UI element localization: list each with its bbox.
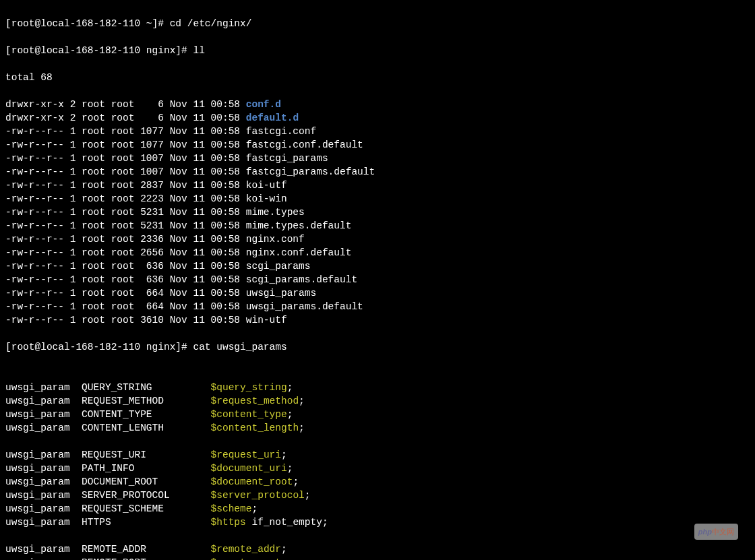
prompt-host: [root@local-168-182-110 ~]# — [5, 18, 170, 29]
file-listing-row: -rw-r--r-- 1 root root 2223 Nov 11 00:58… — [5, 192, 750, 206]
file-listing-row: -rw-r--r-- 1 root root 1077 Nov 11 00:58… — [5, 125, 750, 138]
command-text: cd /etc/nginx/ — [170, 18, 252, 29]
nginx-variable: $server_protocol — [211, 490, 305, 501]
blank-line — [5, 435, 750, 448]
prompt-line: [root@local-168-182-110 nginx]# cat uwsg… — [5, 340, 750, 354]
uwsgi-param-line: uwsgi_param REQUEST_URI $request_uri; — [5, 448, 750, 462]
uwsgi-param-line: uwsgi_param PATH_INFO $document_uri; — [5, 462, 750, 475]
file-listing-row: -rw-r--r-- 1 root root 2336 Nov 11 00:58… — [5, 232, 750, 246]
file-listing-row: -rw-r--r-- 1 root root 1077 Nov 11 00:58… — [5, 138, 750, 152]
nginx-variable: $document_uri — [211, 463, 287, 474]
file-listing-row: -rw-r--r-- 1 root root 636 Nov 11 00:58 … — [5, 273, 750, 286]
nginx-variable: $content_type — [211, 409, 287, 420]
uwsgi-param-line: uwsgi_param HTTPS $https if_not_empty; — [5, 516, 750, 529]
nginx-variable: $query_string — [211, 382, 287, 393]
nginx-variable: $request_uri — [211, 449, 281, 460]
uwsgi-param-line: uwsgi_param CONTENT_TYPE $content_type; — [5, 408, 750, 421]
terminal-output[interactable]: [root@local-168-182-110 ~]# cd /etc/ngin… — [5, 3, 750, 560]
file-listing-row: -rw-r--r-- 1 root root 5231 Nov 11 00:58… — [5, 219, 750, 232]
file-listing-row: -rw-r--r-- 1 root root 664 Nov 11 00:58 … — [5, 286, 750, 300]
uwsgi-param-line: uwsgi_param REMOTE_PORT $remote_port; — [5, 556, 750, 560]
nginx-variable: $remote_port — [211, 557, 281, 560]
prompt-line: [root@local-168-182-110 ~]# cd /etc/ngin… — [5, 17, 750, 30]
file-listing-row: -rw-r--r-- 1 root root 2837 Nov 11 00:58… — [5, 179, 750, 192]
directory-name: default.d — [246, 113, 299, 123]
file-listing-row: -rw-r--r-- 1 root root 1007 Nov 11 00:58… — [5, 152, 750, 165]
nginx-variable: $request_method — [211, 396, 299, 406]
file-listing-row: -rw-r--r-- 1 root root 1007 Nov 11 00:58… — [5, 165, 750, 179]
nginx-variable: $content_length — [211, 423, 299, 433]
watermark-cn: 中文网 — [712, 528, 734, 536]
blank-line — [5, 529, 750, 542]
uwsgi-param-line: uwsgi_param REQUEST_SCHEME $scheme; — [5, 502, 750, 516]
uwsgi-param-line: uwsgi_param CONTENT_LENGTH $content_leng… — [5, 421, 750, 435]
prompt-host: [root@local-168-182-110 nginx]# — [5, 342, 193, 352]
prompt-line: [root@local-168-182-110 nginx]# ll — [5, 44, 750, 57]
watermark-php: php — [698, 528, 712, 536]
file-listing-row: -rw-r--r-- 1 root root 3610 Nov 11 00:58… — [5, 313, 750, 327]
file-listing-row: -rw-r--r-- 1 root root 2656 Nov 11 00:58… — [5, 246, 750, 259]
nginx-variable: $document_root — [211, 476, 293, 487]
file-listing-row: -rw-r--r-- 1 root root 664 Nov 11 00:58 … — [5, 300, 750, 313]
command-text: ll — [193, 45, 204, 56]
uwsgi-param-line: uwsgi_param QUERY_STRING $query_string; — [5, 381, 750, 394]
nginx-variable: $https — [211, 517, 246, 528]
file-listing-row: -rw-r--r-- 1 root root 5231 Nov 11 00:58… — [5, 206, 750, 219]
uwsgi-param-line: uwsgi_param DOCUMENT_ROOT $document_root… — [5, 475, 750, 489]
watermark-logo: php中文网 — [694, 524, 738, 540]
directory-name: conf.d — [246, 99, 281, 110]
prompt-host: [root@local-168-182-110 nginx]# — [5, 45, 193, 56]
nginx-variable: $scheme — [211, 503, 252, 514]
ll-total: total 68 — [5, 71, 750, 84]
blank-line — [5, 367, 750, 381]
file-listing-row: -rw-r--r-- 1 root root 636 Nov 11 00:58 … — [5, 259, 750, 273]
uwsgi-param-line: uwsgi_param REQUEST_METHOD $request_meth… — [5, 394, 750, 408]
uwsgi-param-line: uwsgi_param REMOTE_ADDR $remote_addr; — [5, 542, 750, 556]
command-text: cat uwsgi_params — [193, 342, 286, 352]
file-listing-row: drwxr-xr-x 2 root root 6 Nov 11 00:58 de… — [5, 111, 750, 125]
uwsgi-param-line: uwsgi_param SERVER_PROTOCOL $server_prot… — [5, 489, 750, 502]
file-listing-row: drwxr-xr-x 2 root root 6 Nov 11 00:58 co… — [5, 98, 750, 111]
nginx-variable: $remote_addr — [211, 544, 281, 555]
